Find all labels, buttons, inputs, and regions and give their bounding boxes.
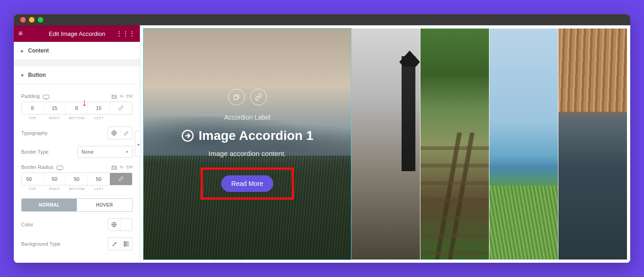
accordion-item-1[interactable]: Accordion Label Image Accordion 1 Image … <box>144 29 351 260</box>
accordion-label: Accordion Label <box>224 114 270 121</box>
typography-globe-button[interactable] <box>108 127 120 139</box>
section-content-toggle[interactable]: Content <box>14 42 140 60</box>
lightbox-icon-button[interactable] <box>228 89 245 105</box>
accordion-image-5 <box>558 29 627 260</box>
radius-right-input[interactable] <box>44 173 66 185</box>
border-type-row: Border Type None <box>21 146 132 158</box>
accordion-text: Image accordion content. <box>208 150 286 157</box>
unit-em[interactable]: EM <box>126 165 133 169</box>
responsive-icon[interactable] <box>43 95 49 99</box>
accordion-title-row: Image Accordion 1 <box>181 128 313 143</box>
border-radius-label: Border Radius <box>21 164 63 170</box>
accordion-item-3[interactable] <box>420 29 489 260</box>
unit-em[interactable]: EM <box>126 94 133 98</box>
padding-right-input[interactable] <box>44 102 66 114</box>
border-radius-inputs <box>21 173 132 185</box>
pencil-icon <box>124 131 129 136</box>
color-controls <box>108 218 132 231</box>
accordion-item-2[interactable] <box>351 29 420 260</box>
section-spacer <box>14 60 140 66</box>
arrow-circle-right-icon <box>181 129 194 142</box>
tab-hover[interactable]: HOVER <box>77 199 132 211</box>
editor-sidebar: ≡ Edit Image Accordion ⋮⋮⋮ Content Butto… <box>14 25 140 263</box>
accordion-image-3 <box>420 29 489 260</box>
section-content-label: Content <box>28 47 49 54</box>
link-icon <box>118 105 124 111</box>
border-type-label: Border Type <box>21 149 49 155</box>
color-swatch-button[interactable] <box>120 219 132 231</box>
bg-classic-button[interactable] <box>108 238 120 250</box>
accordion-item-4[interactable] <box>489 29 558 260</box>
browser-window: ≡ Edit Image Accordion ⋮⋮⋮ Content Butto… <box>14 14 630 263</box>
radius-sublabels: TOP RIGHT BOTTOM LEFT <box>21 187 132 191</box>
padding-units: PX % EM <box>111 94 132 98</box>
link-icon <box>255 93 262 101</box>
radius-left-input[interactable] <box>88 173 110 185</box>
window-minimize-icon[interactable] <box>29 17 34 23</box>
radius-top-input[interactable] <box>22 173 44 185</box>
accordion-image-4 <box>489 29 558 260</box>
padding-bottom-input[interactable] <box>66 102 88 114</box>
accordion-overlay: Accordion Label Image Accordion 1 Image … <box>144 29 351 260</box>
unit-px[interactable]: PX <box>111 165 117 169</box>
padding-link-toggle[interactable] <box>110 102 132 114</box>
app-body: ≡ Edit Image Accordion ⋮⋮⋮ Content Butto… <box>14 25 630 263</box>
color-row: Color <box>21 218 132 231</box>
unit-px[interactable]: PX <box>111 94 117 98</box>
border-radius-units: PX % EM <box>111 165 132 169</box>
svg-rect-2 <box>234 96 237 99</box>
typography-row: Typography <box>21 127 132 139</box>
radius-bottom-input[interactable] <box>66 173 88 185</box>
annotation-highlight: Read More <box>201 167 294 200</box>
link-icon-button[interactable] <box>250 89 267 105</box>
tab-normal[interactable]: NORMAL <box>22 199 77 211</box>
border-type-select[interactable]: None <box>77 146 132 158</box>
section-button-body: Padding PX % EM <box>14 84 140 263</box>
typography-edit-button[interactable] <box>120 127 132 139</box>
responsive-icon[interactable] <box>57 166 63 170</box>
padding-row: Padding PX % EM <box>21 93 132 99</box>
panel-header: ≡ Edit Image Accordion ⋮⋮⋮ <box>14 25 140 42</box>
section-button-toggle[interactable]: Button <box>14 66 140 84</box>
window-maximize-icon[interactable] <box>38 17 43 23</box>
section-button-label: Button <box>28 72 46 78</box>
unit-pct[interactable]: % <box>120 165 123 169</box>
padding-label: Padding <box>21 93 49 99</box>
typography-label: Typography <box>21 130 47 136</box>
bg-gradient-button[interactable] <box>120 238 132 250</box>
bg-type-label: Background Type <box>21 241 60 247</box>
padding-left-input[interactable] <box>88 102 110 114</box>
accordion-image-2 <box>351 29 420 260</box>
radius-link-toggle[interactable] <box>110 173 132 185</box>
accordion-title: Image Accordion 1 <box>199 128 313 143</box>
preview-canvas: ◂ Accordion Label Image <box>140 25 630 263</box>
gradient-icon <box>124 241 129 247</box>
padding-inputs <box>21 102 132 115</box>
overlay-icon-row <box>228 89 267 105</box>
bg-type-controls <box>108 237 132 250</box>
color-label: Color <box>21 222 33 227</box>
brush-icon <box>112 242 117 247</box>
bg-type-row: Background Type <box>21 237 132 250</box>
padding-top-input[interactable] <box>22 102 44 114</box>
typography-controls <box>108 127 132 139</box>
padding-sublabels: TOP RIGHT BOTTOM LEFT <box>21 116 132 120</box>
window-close-icon[interactable] <box>20 17 26 23</box>
globe-icon <box>111 222 117 227</box>
read-more-button[interactable]: Read More <box>221 175 273 192</box>
collapse-sidebar-handle[interactable]: ◂ <box>135 131 141 157</box>
color-globe-button[interactable] <box>108 219 120 231</box>
border-type-value: None <box>81 149 93 155</box>
unit-pct[interactable]: % <box>120 94 123 98</box>
link-icon <box>118 176 124 182</box>
globe-icon <box>111 130 117 136</box>
border-radius-row: Border Radius PX % EM <box>21 164 132 170</box>
window-titlebar <box>14 14 630 25</box>
expand-icon <box>233 93 240 101</box>
state-tabs: NORMAL HOVER <box>21 198 132 212</box>
menu-icon[interactable]: ≡ <box>18 29 23 38</box>
accordion-item-5[interactable] <box>558 29 627 260</box>
widgets-grid-icon[interactable]: ⋮⋮⋮ <box>116 30 135 37</box>
